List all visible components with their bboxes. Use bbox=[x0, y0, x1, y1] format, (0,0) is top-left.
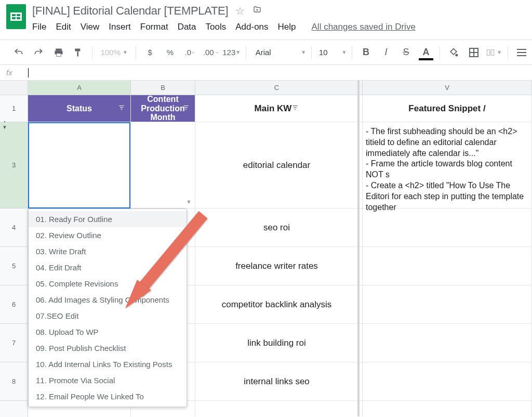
cell-c3[interactable]: editorial calendar bbox=[195, 122, 358, 208]
svg-point-5 bbox=[456, 54, 458, 56]
align-button[interactable] bbox=[513, 44, 529, 61]
filter-icon[interactable] bbox=[182, 104, 190, 113]
col-header-b[interactable]: B bbox=[131, 81, 195, 95]
document-title[interactable]: [FINAL] Editorial Calendar [TEMPLATE] bbox=[32, 4, 228, 18]
dropdown-option[interactable]: 12. Email People We Linked To bbox=[29, 388, 187, 405]
fill-color-button[interactable] bbox=[445, 44, 462, 61]
star-icon[interactable]: ☆ bbox=[235, 5, 245, 17]
more-formats[interactable]: 123 ▼ bbox=[223, 44, 241, 61]
svg-rect-0 bbox=[56, 48, 62, 50]
menu-file[interactable]: File bbox=[32, 22, 46, 32]
svg-rect-9 bbox=[487, 49, 490, 55]
redo-button[interactable] bbox=[30, 44, 47, 61]
dropdown-option[interactable]: 02. Review Outline bbox=[29, 227, 187, 243]
cell-v5[interactable] bbox=[363, 247, 532, 285]
menu-bar: File Edit View Insert Format Data Tools … bbox=[32, 22, 526, 32]
toolbar: 100%▼ $ % .0← .00→ 123 ▼ Arial▼ 10▼ B I … bbox=[0, 40, 532, 65]
undo-button[interactable] bbox=[10, 44, 27, 61]
dropdown-arrow-icon[interactable]: ▼ bbox=[186, 199, 192, 205]
header-content-month[interactable]: Content Production Month bbox=[131, 95, 195, 122]
cell-v8[interactable] bbox=[363, 362, 532, 400]
dropdown-option[interactable]: 10. Add Internal Links To Existing Posts bbox=[29, 356, 187, 372]
move-folder-icon[interactable] bbox=[252, 6, 262, 17]
cell-v9[interactable] bbox=[363, 401, 532, 416]
row-header-1[interactable]: 1▲ bbox=[0, 95, 28, 122]
zoom-select[interactable]: 100%▼ bbox=[98, 48, 130, 57]
merge-cells-button[interactable]: ▼ bbox=[485, 44, 502, 61]
dropdown-option[interactable]: 01. Ready For Outline bbox=[29, 211, 187, 227]
filter-icon[interactable] bbox=[118, 104, 125, 113]
paint-format-button[interactable] bbox=[70, 44, 87, 61]
header-featured[interactable]: Featured Snippet / bbox=[363, 95, 532, 122]
menu-edit[interactable]: Edit bbox=[56, 22, 71, 32]
text-color-button[interactable]: A bbox=[418, 44, 434, 61]
cell-c9[interactable]: backlink gap analysis bbox=[195, 401, 358, 416]
row-header-8[interactable]: 8 bbox=[0, 362, 28, 401]
decrease-decimal[interactable]: .0← bbox=[182, 44, 199, 61]
col-header-a[interactable]: A bbox=[28, 81, 131, 95]
menu-format[interactable]: Format bbox=[140, 22, 168, 32]
svg-rect-3 bbox=[75, 48, 80, 51]
cell-c7[interactable]: link building roi bbox=[195, 324, 358, 362]
cell-v7[interactable] bbox=[363, 324, 532, 362]
row-header-6[interactable]: 6 bbox=[0, 285, 28, 324]
row-header-4[interactable]: 4 bbox=[0, 208, 28, 247]
format-currency[interactable]: $ bbox=[141, 44, 158, 61]
cell-c4[interactable]: seo roi bbox=[195, 208, 358, 246]
cell-b3[interactable]: ▼ bbox=[131, 122, 195, 208]
row-header-7[interactable]: 7 bbox=[0, 324, 28, 362]
header-main-kw[interactable]: Main KW bbox=[195, 95, 358, 122]
menu-view[interactable]: View bbox=[81, 22, 100, 32]
filter-icon[interactable] bbox=[291, 103, 299, 114]
cell-v4[interactable] bbox=[363, 208, 532, 246]
increase-decimal[interactable]: .00→ bbox=[202, 44, 220, 61]
save-status[interactable]: All changes saved in Drive bbox=[312, 22, 416, 32]
dropdown-option[interactable]: 06. Add Images & Styling Components bbox=[29, 292, 187, 308]
font-size-select[interactable]: 10▼ bbox=[317, 48, 347, 57]
cell-c8[interactable]: internal links seo bbox=[195, 362, 358, 400]
dropdown-option[interactable]: 07.SEO Edit bbox=[29, 308, 187, 324]
bold-button[interactable]: B bbox=[357, 44, 374, 61]
col-header-c[interactable]: C bbox=[195, 81, 358, 95]
formula-bar[interactable]: fx bbox=[0, 65, 532, 81]
menu-help[interactable]: Help bbox=[278, 22, 296, 32]
status-dropdown[interactable]: 01. Ready For Outline 02. Review Outline… bbox=[28, 208, 187, 407]
cell-v3[interactable]: - The first subheading should be an <h2>… bbox=[363, 122, 532, 208]
dropdown-option[interactable]: 11. Promote Via Social bbox=[29, 372, 187, 388]
strike-button[interactable]: S bbox=[397, 44, 414, 61]
row-header-3[interactable]: 3▼ bbox=[0, 122, 28, 208]
font-select[interactable]: Arial▼ bbox=[251, 48, 306, 57]
fx-label: fx bbox=[6, 68, 27, 77]
header-status[interactable]: Status bbox=[28, 95, 131, 122]
menu-data[interactable]: Data bbox=[178, 22, 196, 32]
dropdown-option[interactable]: 08. Upload To WP bbox=[29, 324, 187, 340]
italic-button[interactable]: I bbox=[378, 44, 394, 61]
select-all-corner[interactable] bbox=[0, 81, 28, 95]
menu-addons[interactable]: Add-ons bbox=[235, 22, 268, 32]
row-header-9[interactable]: 9 bbox=[0, 401, 28, 417]
selected-cell[interactable] bbox=[28, 122, 130, 208]
menu-tools[interactable]: Tools bbox=[206, 22, 227, 32]
cell-v6[interactable] bbox=[363, 285, 532, 323]
print-button[interactable] bbox=[50, 44, 66, 61]
dropdown-option[interactable]: 05. Complete Revisions bbox=[29, 276, 187, 292]
cell-c6[interactable]: competitor backlink analysis bbox=[195, 285, 358, 323]
dropdown-option[interactable]: 03. Write Draft bbox=[29, 243, 187, 259]
row-header-5[interactable]: 5 bbox=[0, 247, 28, 285]
cell-a3[interactable] bbox=[28, 122, 131, 208]
menu-insert[interactable]: Insert bbox=[109, 22, 131, 32]
format-percent[interactable]: % bbox=[162, 44, 179, 61]
svg-rect-4 bbox=[77, 51, 79, 56]
sheets-app-icon[interactable] bbox=[6, 4, 26, 29]
borders-button[interactable] bbox=[466, 44, 482, 61]
cell-c5[interactable]: freelance writer rates bbox=[195, 247, 358, 285]
svg-rect-10 bbox=[491, 49, 494, 55]
dropdown-option[interactable]: 09. Post Publish Checklist bbox=[29, 340, 187, 356]
col-header-v[interactable]: V bbox=[363, 81, 532, 95]
svg-rect-2 bbox=[57, 53, 61, 56]
dropdown-option[interactable]: 04. Edit Draft bbox=[29, 259, 187, 276]
